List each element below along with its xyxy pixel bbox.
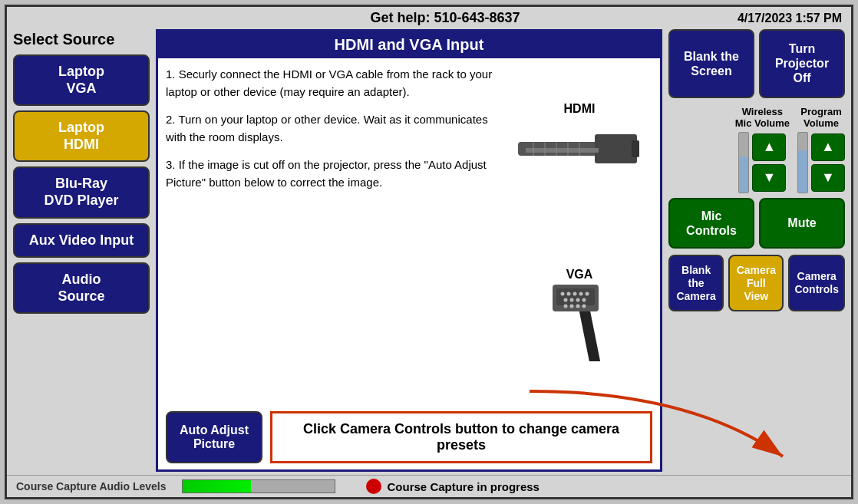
camera-fullview-button[interactable]: CameraFull View: [728, 255, 784, 311]
right-top-buttons: Blank theScreen TurnProjector Off: [668, 29, 845, 98]
instructions: 1. Securly connect the HDMI or VGA cable…: [166, 66, 499, 397]
instruction-1: 1. Securly connect the HDMI or VGA cable…: [166, 66, 499, 100]
svg-point-21: [564, 305, 568, 308]
svg-point-12: [561, 292, 565, 296]
svg-point-19: [576, 298, 580, 302]
vga-label: VGA: [566, 268, 593, 282]
source-btn-laptop-vga[interactable]: LaptopVGA: [13, 54, 150, 106]
capture-dot: [366, 479, 381, 494]
wireless-mic-volume-label: WirelessMic Volume: [735, 106, 790, 129]
svg-point-23: [576, 305, 580, 308]
source-btn-laptop-hdmi[interactable]: LaptopHDMI: [13, 110, 150, 162]
capture-label: Course Capture in progress: [388, 480, 540, 493]
program-volume-down-button[interactable]: ▼: [811, 164, 845, 192]
vga-cable-icon: [549, 285, 610, 361]
datetime: 4/17/2023 1:57 PM: [738, 12, 842, 25]
bottom-camera-buttons: Blank theCamera CameraFull View CameraCo…: [668, 255, 845, 311]
left-panel: Select Source LaptopVGA LaptopHDMI Blu-R…: [13, 29, 150, 472]
hdmi-cable-icon: [518, 119, 641, 188]
audio-levels-label: Course Capture Audio Levels: [16, 480, 167, 492]
instruction-2: 2. Turn on your laptop or other device. …: [166, 111, 499, 146]
svg-point-18: [570, 298, 574, 302]
wireless-mic-fill: [739, 156, 748, 193]
camera-message-box: Click Camera Controls button to change c…: [270, 411, 652, 463]
blank-camera-button[interactable]: Blank theCamera: [668, 255, 724, 311]
svg-point-15: [579, 292, 583, 296]
program-volume-control: ProgramVolume ▲ ▼: [797, 106, 845, 193]
mute-button[interactable]: Mute: [759, 198, 845, 249]
program-volume-slider-area: ▲ ▼: [797, 132, 845, 193]
svg-point-16: [586, 292, 589, 296]
hdmi-label: HDMI: [564, 102, 596, 116]
blank-screen-button[interactable]: Blank theScreen: [668, 29, 754, 98]
bottom-bar: Course Capture Audio Levels Course Captu…: [7, 475, 851, 497]
hdmi-vga-images: HDMI: [507, 66, 652, 397]
svg-point-24: [582, 305, 586, 308]
wireless-mic-volume-control: WirelessMic Volume ▲ ▼: [735, 106, 790, 193]
source-btn-aux-video[interactable]: Aux Video Input: [13, 223, 150, 259]
instruction-3: 3. If the image is cut off on the projec…: [166, 156, 499, 191]
capture-indicator: Course Capture in progress: [366, 479, 540, 494]
vga-section: VGA: [549, 268, 610, 361]
hdmi-section: HDMI: [518, 102, 641, 188]
wireless-mic-up-button[interactable]: ▲: [752, 133, 786, 161]
content-body: 1. Securly connect the HDMI or VGA cable…: [158, 58, 660, 405]
main-container: Get help: 510-643-8637 4/17/2023 1:57 PM…: [5, 5, 853, 499]
program-volume-buttons: ▲ ▼: [811, 133, 845, 192]
main-area: Select Source LaptopVGA LaptopHDMI Blu-R…: [7, 29, 851, 475]
content-bottom: Auto AdjustPicture Click Camera Controls…: [158, 405, 660, 469]
program-volume-fill: [798, 150, 807, 193]
volume-section: WirelessMic Volume ▲ ▼ ProgramVolume: [668, 106, 845, 193]
center-panel: HDMI and VGA Input 1. Securly connect th…: [156, 29, 662, 472]
mic-mute-row: MicControls Mute: [668, 198, 845, 249]
right-panel: Blank theScreen TurnProjector Off Wirele…: [668, 29, 845, 472]
content-box: HDMI and VGA Input 1. Securly connect th…: [156, 29, 662, 472]
audio-progress-fill: [183, 480, 251, 492]
wireless-mic-slider-area: ▲ ▼: [738, 132, 786, 193]
audio-progress-bar: [182, 479, 335, 493]
turn-projector-off-button[interactable]: TurnProjector Off: [759, 29, 845, 98]
content-box-title: HDMI and VGA Input: [158, 31, 660, 58]
source-btn-bluray[interactable]: Blu-RayDVD Player: [13, 166, 150, 218]
svg-point-14: [573, 292, 577, 296]
source-btn-audio-source[interactable]: AudioSource: [13, 262, 150, 314]
wireless-mic-track: [738, 132, 749, 193]
program-volume-track: [797, 132, 808, 193]
svg-rect-11: [556, 288, 595, 305]
select-source-label: Select Source: [13, 29, 150, 50]
header: Get help: 510-643-8637 4/17/2023 1:57 PM: [7, 7, 851, 29]
wireless-mic-buttons: ▲ ▼: [752, 133, 786, 192]
svg-point-17: [564, 298, 568, 302]
camera-controls-button[interactable]: CameraControls: [788, 255, 845, 311]
mic-controls-button[interactable]: MicControls: [668, 198, 754, 249]
auto-adjust-button[interactable]: Auto AdjustPicture: [166, 411, 262, 463]
svg-rect-1: [595, 134, 637, 163]
program-volume-label: ProgramVolume: [800, 106, 841, 129]
svg-point-20: [582, 298, 586, 302]
svg-rect-3: [526, 148, 599, 153]
svg-rect-2: [632, 140, 639, 157]
svg-point-13: [567, 292, 571, 296]
program-volume-up-button[interactable]: ▲: [811, 133, 845, 161]
wireless-mic-down-button[interactable]: ▼: [752, 164, 786, 192]
help-text: Get help: 510-643-8637: [153, 10, 738, 26]
svg-point-22: [570, 305, 574, 308]
